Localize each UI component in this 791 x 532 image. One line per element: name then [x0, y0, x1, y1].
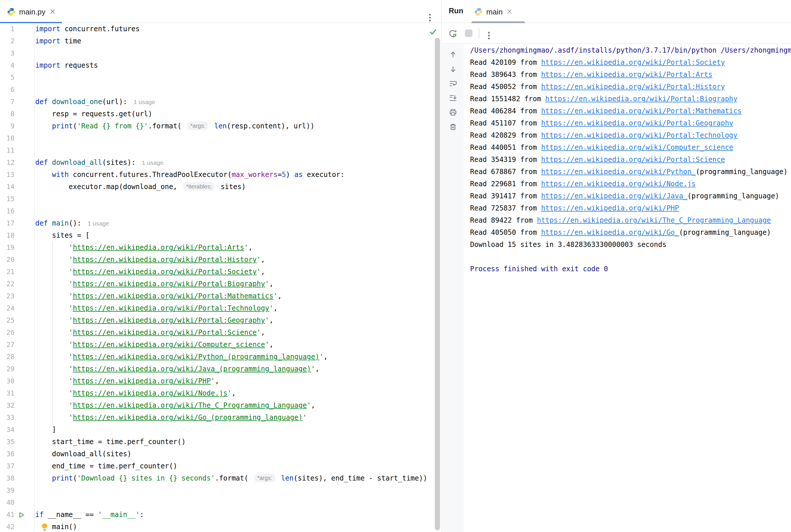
up-stack-trace-icon[interactable]: [449, 50, 457, 59]
console-hyperlink[interactable]: https://en.wikipedia.org/wiki/The_C_Prog…: [537, 216, 771, 224]
console-hyperlink[interactable]: https://en.wikipedia.org/wiki/Java_: [541, 192, 688, 200]
string-hyperlink[interactable]: https://en.wikipedia.org/wiki/Go_(progra…: [73, 414, 303, 421]
python-icon: [7, 7, 16, 16]
string-hyperlink[interactable]: https://en.wikipedia.org/wiki/Portal:Mat…: [73, 292, 273, 300]
string-hyperlink[interactable]: https://en.wikipedia.org/wiki/Python_(pr…: [73, 353, 320, 361]
console-line: Read 389643 from https://en.wikipedia.or…: [470, 69, 791, 81]
code-text: ]: [35, 424, 441, 436]
code-line: 40: [0, 497, 441, 509]
console-hyperlink[interactable]: https://en.wikipedia.org/wiki/Computer_s…: [541, 144, 733, 152]
code-line: 29 'https://en.wikipedia.org/wiki/Java_(…: [0, 363, 441, 375]
code-text: 'https://en.wikipedia.org/wiki/Portal:Hi…: [35, 254, 441, 266]
code-text: [35, 145, 441, 157]
editor-scrollbar[interactable]: [435, 38, 440, 530]
console-hyperlink[interactable]: https://en.wikipedia.org/wiki/Portal:Geo…: [541, 119, 733, 127]
line-number: 40: [0, 497, 15, 509]
console-hyperlink[interactable]: https://en.wikipedia.org/wiki/Portal:Sci…: [541, 155, 725, 164]
code-text: 'https://en.wikipedia.org/wiki/Portal:Sc…: [35, 327, 441, 339]
code-line: 15: [0, 193, 441, 205]
code-line: 30 'https://en.wikipedia.org/wiki/PHP',: [0, 375, 441, 387]
run-tab-label: main: [486, 7, 502, 16]
editor-tab-label: main.py: [19, 7, 45, 16]
tab-run-main[interactable]: main: [471, 0, 515, 23]
console-hyperlink[interactable]: https://en.wikipedia.org/wiki/Python_: [541, 168, 696, 176]
console-line: Read 391417 from https://en.wikipedia.or…: [470, 190, 791, 203]
scroll-to-end-icon[interactable]: [449, 94, 457, 102]
line-number: 4: [0, 60, 15, 72]
string-hyperlink[interactable]: https://en.wikipedia.org/wiki/Portal:His…: [73, 255, 257, 264]
code-line: 34 ]: [0, 424, 441, 436]
console-toolbar: [442, 44, 464, 532]
line-number: 10: [0, 132, 15, 145]
console-hyperlink[interactable]: https://en.wikipedia.org/wiki/Portal:Soc…: [541, 58, 725, 66]
run-tool-window-title: Run: [449, 6, 463, 15]
console-hyperlink[interactable]: https://en.wikipedia.org/wiki/Node.js: [541, 180, 696, 188]
string-hyperlink[interactable]: https://en.wikipedia.org/wiki/Node.js: [73, 389, 228, 397]
tab-main-py[interactable]: main.py: [0, 0, 62, 23]
console-hyperlink[interactable]: https://en.wikipedia.org/wiki/Go_: [541, 228, 679, 236]
console-hyperlink[interactable]: https://en.wikipedia.org/wiki/Portal:Tec…: [541, 131, 737, 139]
string-hyperlink[interactable]: https://en.wikipedia.org/wiki/Java_(prog…: [73, 365, 311, 373]
console-hyperlink[interactable]: https://en.wikipedia.org/wiki/PHP: [541, 204, 679, 212]
code-line: 1import concurrent.futures: [0, 23, 441, 35]
console-line: Process finished with exit code 0: [470, 263, 791, 275]
code-line: 20 'https://en.wikipedia.org/wiki/Portal…: [0, 254, 441, 266]
code-line: 4import requests: [0, 60, 441, 72]
clear-all-icon[interactable]: [449, 122, 457, 131]
run-triangle-icon[interactable]: [18, 511, 25, 519]
editor-pane: main.py 1import concurrent.futures2impor…: [0, 0, 442, 532]
soft-wrap-icon[interactable]: [449, 79, 457, 88]
string-hyperlink[interactable]: https://en.wikipedia.org/wiki/PHP: [73, 377, 211, 385]
inline-parameter-hint: *args:: [187, 121, 208, 130]
code-line: 12def download_all(sites):1 usage: [0, 157, 441, 169]
string-hyperlink[interactable]: https://en.wikipedia.org/wiki/Portal:Bio…: [73, 280, 265, 288]
string-hyperlink[interactable]: https://en.wikipedia.org/wiki/Portal:Geo…: [73, 316, 265, 324]
code-text: 'https://en.wikipedia.org/wiki/Portal:Bi…: [35, 278, 441, 290]
console-hyperlink[interactable]: https://en.wikipedia.org/wiki/Portal:His…: [541, 83, 725, 91]
line-number: 7: [0, 96, 15, 108]
console-hyperlink[interactable]: https://en.wikipedia.org/wiki/Portal:Bio…: [545, 95, 737, 103]
string-hyperlink[interactable]: https://en.wikipedia.org/wiki/Portal:Soc…: [73, 268, 257, 276]
editor-options-kebab-icon[interactable]: [429, 11, 431, 21]
usages-inlay: 1 usage: [88, 220, 109, 227]
code-line: 19 'https://en.wikipedia.org/wiki/Portal…: [0, 242, 441, 254]
code-text: sites = [: [35, 230, 441, 242]
code-line: 41if __name__ == '__main__':: [0, 509, 441, 521]
line-number: 37: [0, 460, 15, 472]
code-editor[interactable]: 1import concurrent.futures2import time3 …: [0, 23, 441, 531]
string-hyperlink[interactable]: https://en.wikipedia.org/wiki/Portal:Sci…: [73, 328, 257, 337]
line-number: 41: [0, 509, 15, 521]
string-hyperlink[interactable]: https://en.wikipedia.org/wiki/Portal:Tec…: [73, 304, 269, 312]
close-tab-icon[interactable]: [50, 9, 55, 15]
code-line: 7def download_one(url):1 usage: [0, 96, 441, 108]
console-line: Read 1551482 from https://en.wikipedia.o…: [470, 93, 791, 105]
lightbulb-icon[interactable]: [41, 523, 48, 531]
line-number: 33: [0, 412, 15, 424]
inspections-ok-checkmark-icon[interactable]: [429, 28, 437, 36]
console-hyperlink[interactable]: https://en.wikipedia.org/wiki/Portal:Art…: [541, 71, 712, 79]
line-number: 22: [0, 278, 15, 290]
down-stack-trace-icon[interactable]: [449, 65, 457, 73]
code-text: 'https://en.wikipedia.org/wiki/Node.js',: [35, 387, 441, 400]
code-line: 35 start_time = time.perf_counter(): [0, 436, 441, 448]
code-line: 22 'https://en.wikipedia.org/wiki/Portal…: [0, 278, 441, 290]
stop-icon[interactable]: [465, 30, 472, 37]
print-icon[interactable]: [449, 108, 457, 117]
line-number: 13: [0, 169, 15, 181]
rerun-icon[interactable]: [448, 28, 457, 38]
code-text: [35, 132, 441, 145]
pycharm-window: main.py 1import concurrent.futures2impor…: [0, 0, 791, 532]
line-number: 17: [0, 217, 15, 230]
console-line: Read 420109 from https://en.wikipedia.or…: [470, 57, 791, 69]
console-hyperlink[interactable]: https://en.wikipedia.org/wiki/Portal:Mat…: [541, 107, 742, 115]
console-line: Read 405050 from https://en.wikipedia.or…: [470, 227, 791, 239]
string-hyperlink[interactable]: https://en.wikipedia.org/wiki/Computer_s…: [73, 341, 265, 349]
string-hyperlink[interactable]: https://en.wikipedia.org/wiki/The_C_Prog…: [73, 401, 307, 410]
string-hyperlink[interactable]: https://en.wikipedia.org/wiki/Portal:Art…: [73, 244, 244, 251]
more-options-kebab-icon[interactable]: [487, 28, 491, 38]
run-tool-window: Run main: [442, 0, 791, 532]
code-text: 'https://en.wikipedia.org/wiki/Java_(pro…: [35, 363, 441, 375]
close-run-tab-icon[interactable]: [506, 9, 512, 15]
usages-inlay: 1 usage: [142, 159, 163, 166]
code-text: def download_all(sites):1 usage: [35, 157, 441, 169]
